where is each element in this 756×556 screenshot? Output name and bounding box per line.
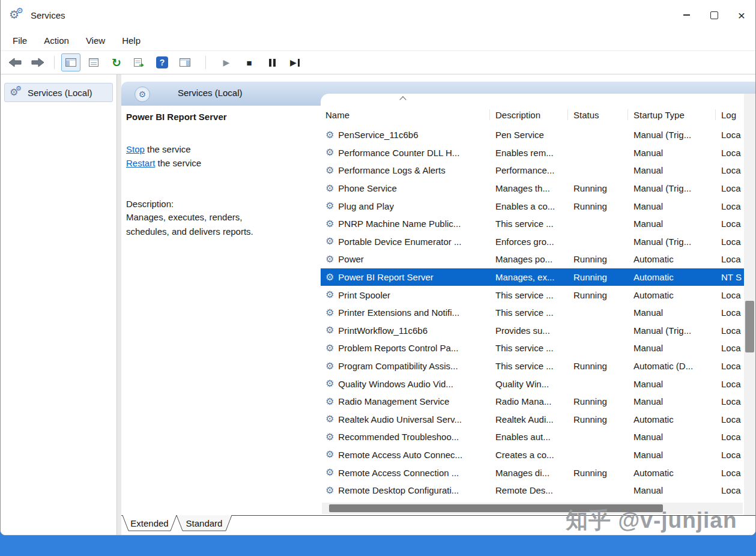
- service-startup-type-cell: Automatic: [628, 414, 716, 425]
- service-description-cell: Manages di...: [490, 468, 568, 478]
- service-name-cell: ⚙ Remote Access Connection ...: [321, 468, 490, 478]
- service-row[interactable]: ⚙ Power BI Report Server Manages, ex... …: [321, 268, 744, 286]
- service-gear-icon: ⚙: [325, 273, 334, 282]
- restart-service-button[interactable]: ▶: [285, 53, 304, 71]
- main-area: ⚙⚙ Services (Local) ⚙ Services (Local) P…: [1, 74, 755, 535]
- service-description-cell: Enables aut...: [490, 432, 568, 442]
- service-name-cell: ⚙ Realtek Audio Universal Serv...: [321, 414, 490, 425]
- service-gear-icon: ⚙: [325, 397, 334, 406]
- service-name: PrintWorkflow_11c6b6: [338, 325, 428, 336]
- service-status-cell: Running: [568, 361, 628, 371]
- service-row[interactable]: ⚙ Printer Extensions and Notifi... This …: [321, 304, 744, 322]
- service-row[interactable]: ⚙ Performance Counter DLL H... Enables r…: [321, 144, 744, 162]
- service-row[interactable]: ⚙ Performance Logs & Alerts Performance.…: [321, 162, 744, 180]
- refresh-button[interactable]: ↻: [107, 53, 126, 71]
- service-description-cell: Realtek Audi...: [490, 414, 568, 425]
- help-button[interactable]: ?: [153, 53, 172, 71]
- header-band-title: Services (Local): [178, 88, 243, 98]
- menu-action[interactable]: Action: [35, 33, 77, 48]
- service-row[interactable]: ⚙ Plug and Play Enables a co... Running …: [321, 197, 744, 215]
- service-log-on-as-cell: Loca: [716, 237, 744, 247]
- service-name: Power BI Report Server: [338, 272, 433, 282]
- service-description-cell: Manages po...: [490, 254, 568, 264]
- services-gears-icon: ⚙⚙: [10, 86, 23, 98]
- maximize-button[interactable]: [700, 0, 728, 30]
- show-hide-console-tree-button[interactable]: [61, 53, 80, 71]
- back-arrow-icon: [8, 58, 22, 67]
- service-name-cell: ⚙ Recommended Troubleshoo...: [321, 432, 490, 442]
- service-row[interactable]: ⚙ Remote Access Connection ... Manages d…: [321, 464, 744, 482]
- service-description-cell: Remote Des...: [490, 485, 568, 495]
- back-button[interactable]: [5, 53, 25, 71]
- services-window: ⚙⚙ Services × File Action View Help: [0, 0, 756, 536]
- service-row[interactable]: ⚙ Recommended Troubleshoo... Enables aut…: [321, 428, 744, 446]
- service-gear-icon: ⚙: [325, 184, 334, 193]
- show-hide-action-pane-button[interactable]: [175, 53, 195, 71]
- service-name-cell: ⚙ Remote Access Auto Connec...: [321, 450, 490, 460]
- service-row[interactable]: ⚙ Phone Service Manages th... Running Ma…: [321, 180, 744, 198]
- service-log-on-as-cell: Loca: [716, 450, 744, 460]
- close-button[interactable]: ×: [728, 0, 755, 30]
- service-status-cell: Running: [568, 414, 628, 425]
- service-gear-icon: ⚙: [325, 219, 334, 229]
- vertical-scrollbar-thumb[interactable]: [745, 301, 754, 352]
- service-row[interactable]: ⚙ Power Manages po... Running Automatic …: [321, 250, 744, 268]
- stop-service-button[interactable]: ■: [240, 53, 259, 71]
- vertical-scrollbar[interactable]: [744, 94, 755, 515]
- service-name-cell: ⚙ PenService_11c6b6: [321, 130, 490, 140]
- service-row[interactable]: ⚙ Realtek Audio Universal Serv... Realte…: [321, 411, 744, 429]
- service-status-cell: Running: [568, 201, 628, 211]
- service-log-on-as-cell: Loca: [716, 165, 744, 175]
- service-row[interactable]: ⚙ Remote Access Auto Connec... Creates a…: [321, 446, 744, 464]
- service-gear-icon: ⚙: [325, 325, 334, 335]
- service-name-cell: ⚙ Performance Counter DLL H...: [321, 148, 490, 158]
- service-row[interactable]: ⚙ Program Compatibility Assis... This se…: [321, 357, 744, 375]
- service-row[interactable]: ⚙ PNRP Machine Name Public... This servi…: [321, 215, 744, 233]
- service-row[interactable]: ⚙ Print Spooler This service ... Running…: [321, 286, 744, 304]
- service-description-cell: Enforces gro...: [490, 237, 568, 247]
- service-name-cell: ⚙ Printer Extensions and Notifi...: [321, 307, 490, 318]
- menu-file[interactable]: File: [4, 33, 35, 48]
- service-row[interactable]: ⚙ PenService_11c6b6 Pen Service Manual (…: [321, 126, 744, 144]
- tab-extended[interactable]: Extended: [130, 518, 168, 528]
- services-list: Name Description Status Startup Type Log…: [321, 94, 744, 515]
- service-name: Program Compatibility Assis...: [338, 361, 458, 371]
- services-rows: ⚙ PenService_11c6b6 Pen Service Manual (…: [321, 126, 744, 499]
- restart-service-link[interactable]: Restart: [126, 158, 155, 168]
- service-gear-icon: ⚙: [325, 237, 334, 246]
- column-header-log-on-as[interactable]: Log: [716, 109, 744, 120]
- column-header-startup-type[interactable]: Startup Type: [628, 109, 716, 120]
- service-row[interactable]: ⚙ Quality Windows Audio Vid... Quality W…: [321, 375, 744, 393]
- service-startup-type-cell: Manual (Trig...: [628, 183, 716, 193]
- stop-service-link[interactable]: Stop: [126, 144, 145, 154]
- service-row[interactable]: ⚙ Portable Device Enumerator ... Enforce…: [321, 233, 744, 251]
- column-header-description[interactable]: Description: [490, 109, 568, 120]
- menu-help[interactable]: Help: [113, 33, 149, 48]
- window-title: Services: [31, 10, 65, 20]
- column-header-name[interactable]: Name: [321, 109, 490, 120]
- forward-button[interactable]: [28, 53, 47, 71]
- minimize-button[interactable]: [673, 0, 700, 30]
- service-row[interactable]: ⚙ PrintWorkflow_11c6b6 Provides su... Ma…: [321, 322, 744, 340]
- service-row[interactable]: ⚙ Remote Desktop Configurati... Remote D…: [321, 482, 744, 500]
- column-header-status[interactable]: Status: [568, 109, 628, 120]
- console-tree-icon: [65, 58, 76, 67]
- tab-standard[interactable]: Standard: [186, 518, 223, 528]
- service-name: Printer Extensions and Notifi...: [338, 307, 459, 318]
- service-row[interactable]: ⚙ Problem Reports Control Pa... This ser…: [321, 339, 744, 357]
- export-list-button[interactable]: [130, 53, 149, 71]
- stop-service-line: Stop the service: [126, 142, 305, 156]
- service-startup-type-cell: Manual: [628, 396, 716, 406]
- tree-item-services-local[interactable]: ⚙⚙ Services (Local): [4, 83, 113, 102]
- service-name: Quality Windows Audio Vid...: [338, 379, 453, 389]
- service-description-cell: Performance...: [490, 165, 568, 175]
- pause-service-button[interactable]: [262, 53, 282, 71]
- menu-view[interactable]: View: [77, 33, 113, 48]
- service-row[interactable]: ⚙ Radio Management Service Radio Mana...…: [321, 393, 744, 411]
- service-name: Power: [338, 254, 364, 264]
- start-service-button[interactable]: ▶: [217, 53, 236, 71]
- service-startup-type-cell: Manual: [628, 450, 716, 460]
- selected-service-title: Power BI Report Server: [126, 112, 305, 122]
- service-name-cell: ⚙ Plug and Play: [321, 201, 490, 211]
- properties-button[interactable]: [84, 53, 103, 71]
